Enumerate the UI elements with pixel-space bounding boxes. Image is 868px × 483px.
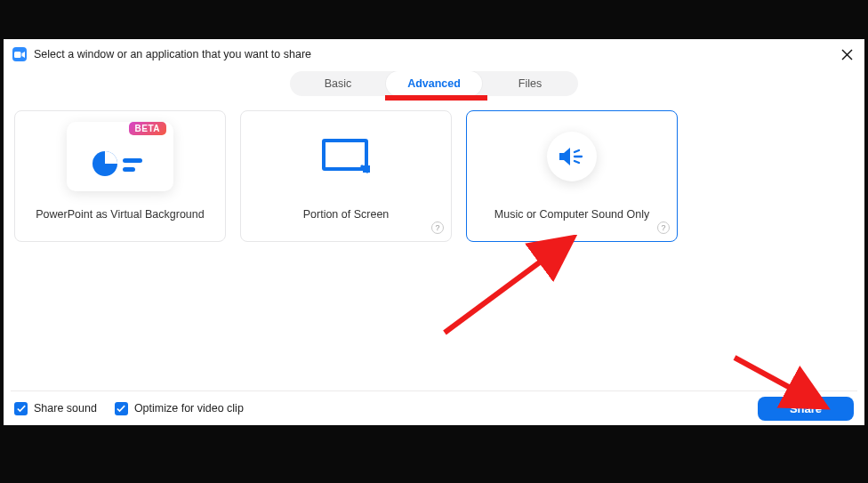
annotation-underline xyxy=(385,95,487,101)
tabs-container: Basic Advanced Files xyxy=(4,68,864,96)
svg-rect-6 xyxy=(324,141,366,169)
tab-basic[interactable]: Basic xyxy=(290,71,386,96)
checkmark-icon xyxy=(14,402,28,415)
checkmark-icon xyxy=(115,402,128,415)
checkbox-optimize-video[interactable]: Optimize for video clip xyxy=(115,402,244,415)
card-label: Portion of Screen xyxy=(298,208,395,221)
svg-rect-4 xyxy=(123,158,142,163)
svg-line-10 xyxy=(575,150,579,152)
title-bar: Select a window or an application that y… xyxy=(4,39,864,68)
card-label: Music or Computer Sound Only xyxy=(489,208,655,221)
checkbox-label: Share sound xyxy=(34,402,97,415)
close-icon[interactable] xyxy=(838,45,856,63)
beta-badge: BETA xyxy=(129,122,166,135)
card-portion-of-screen[interactable]: Portion of Screen ? xyxy=(240,110,452,242)
card-powerpoint-virtual-bg[interactable]: BETA PowerPoint as Virtual Background xyxy=(14,110,226,242)
footer: Share sound Optimize for video clip Shar… xyxy=(4,391,864,425)
dialog-title: Select a window or an application that y… xyxy=(34,48,838,60)
sound-icon xyxy=(518,122,625,191)
screen-portion-icon xyxy=(293,122,399,191)
tabs: Basic Advanced Files xyxy=(290,71,578,96)
svg-rect-5 xyxy=(123,167,135,172)
help-icon[interactable]: ? xyxy=(657,221,670,234)
powerpoint-icon: BETA xyxy=(67,122,173,191)
help-icon[interactable]: ? xyxy=(431,221,444,234)
checkbox-share-sound[interactable]: Share sound xyxy=(14,402,97,415)
svg-line-12 xyxy=(575,161,579,163)
card-music-computer-sound[interactable]: Music or Computer Sound Only ? xyxy=(466,110,678,242)
share-dialog: Select a window or an application that y… xyxy=(4,39,864,425)
checkbox-label: Optimize for video clip xyxy=(134,402,244,415)
tab-advanced[interactable]: Advanced xyxy=(386,71,482,96)
share-button[interactable]: Share xyxy=(758,397,854,421)
cards-row: BETA PowerPoint as Virtual Background xyxy=(4,96,864,390)
card-label: PowerPoint as Virtual Background xyxy=(30,208,209,221)
svg-rect-0 xyxy=(14,52,21,58)
tab-files[interactable]: Files xyxy=(482,71,578,96)
app-icon xyxy=(12,47,27,61)
